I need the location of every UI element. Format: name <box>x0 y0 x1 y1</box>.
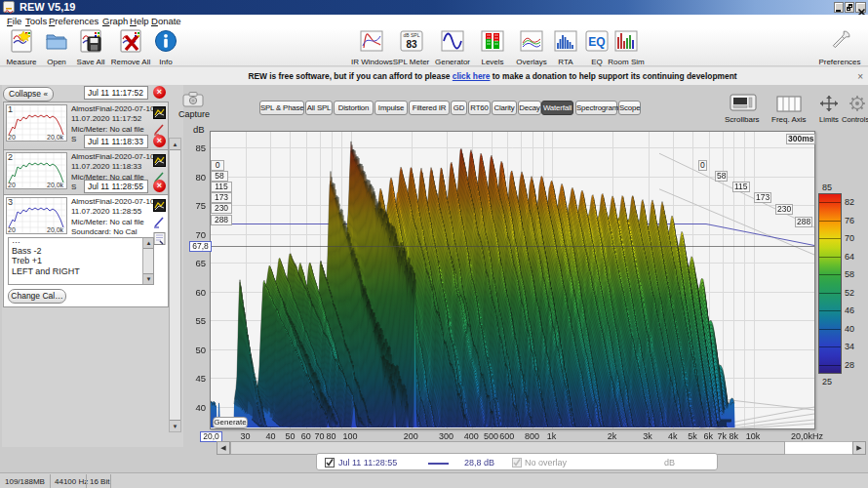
svg-text:dB SPL: dB SPL <box>403 32 419 38</box>
svg-text:83: 83 <box>406 39 417 50</box>
